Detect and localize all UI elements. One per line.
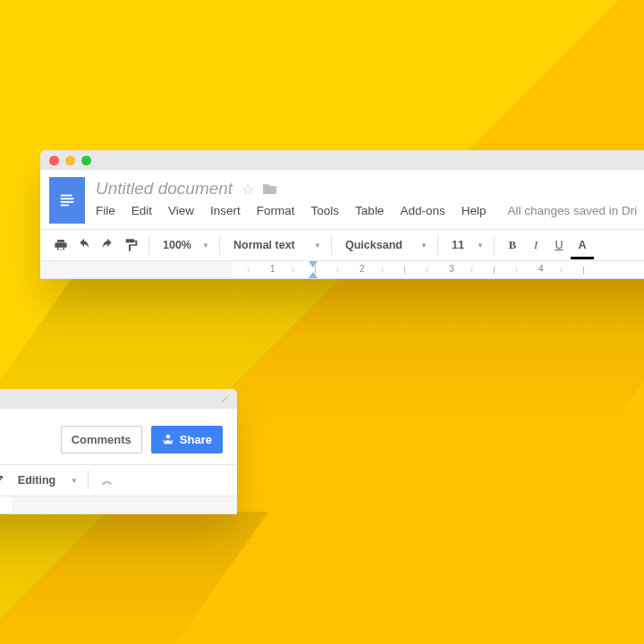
- menu-file[interactable]: File: [96, 204, 115, 217]
- menu-addons[interactable]: Add-ons: [400, 204, 445, 217]
- font-size-dropdown[interactable]: 11▼: [445, 233, 487, 257]
- collapse-toolbar-button[interactable]: ︽: [95, 469, 118, 492]
- svg-rect-0: [61, 195, 72, 197]
- redo-button[interactable]: [96, 233, 119, 257]
- underline-button[interactable]: U: [547, 233, 571, 257]
- size-value: 11: [452, 239, 464, 251]
- window-minimize-button[interactable]: [65, 156, 75, 165]
- share-person-icon: [162, 433, 174, 445]
- menu-insert[interactable]: Insert: [210, 204, 241, 217]
- toolbar-right: A ▼ 123▼ ▼: [0, 464, 237, 496]
- svg-rect-3: [61, 205, 69, 207]
- text-color-button[interactable]: A: [571, 233, 594, 257]
- menu-format[interactable]: Format: [257, 204, 295, 217]
- italic-button[interactable]: I: [524, 233, 547, 257]
- zoom-dropdown[interactable]: 100%▼: [156, 233, 213, 257]
- comments-button[interactable]: Comments: [61, 426, 142, 453]
- mode-dropdown[interactable]: Editing ▼: [0, 469, 81, 492]
- paragraph-style-dropdown[interactable]: Normal text▼: [226, 233, 325, 257]
- menu-help[interactable]: Help: [462, 204, 487, 217]
- toolbar-left: 100%▼ Normal text▼ Quicksand▼ 11▼ B I U …: [40, 229, 644, 261]
- font-dropdown[interactable]: Quicksand▼: [338, 233, 431, 257]
- svg-rect-2: [61, 201, 74, 203]
- macos-titlebar: [40, 150, 644, 170]
- bold-button[interactable]: B: [501, 233, 524, 257]
- window-zoom-button[interactable]: [81, 156, 91, 165]
- ruler-right[interactable]: 3 4 5 6: [0, 496, 237, 514]
- pencil-icon: [0, 474, 4, 487]
- svg-rect-1: [61, 198, 74, 199]
- indent-marker-left[interactable]: [309, 272, 318, 278]
- menu-edit[interactable]: Edit: [131, 204, 152, 217]
- ruler-left[interactable]: 1 2 3 4: [40, 261, 644, 279]
- expand-icon[interactable]: ⤢: [221, 394, 228, 404]
- docs-window-left: Untitled document ☆ File Edit View Inser…: [40, 150, 644, 279]
- svg-point-4: [166, 435, 171, 439]
- font-value: Quicksand: [345, 239, 402, 251]
- folder-icon[interactable]: [263, 182, 277, 197]
- save-status: All changes saved in Dri: [502, 204, 637, 217]
- print-button[interactable]: [49, 233, 72, 257]
- docs-window-right: ⤢ ive Comments Share A: [0, 389, 237, 514]
- macos-titlebar: ⤢: [0, 389, 237, 409]
- star-icon[interactable]: ☆: [242, 181, 254, 198]
- zoom-value: 100%: [163, 239, 191, 251]
- share-button[interactable]: Share: [151, 426, 223, 453]
- document-lines-icon: [57, 191, 77, 210]
- menu-tools[interactable]: Tools: [311, 204, 340, 217]
- paint-format-button[interactable]: [119, 233, 142, 257]
- window-close-button[interactable]: [49, 156, 59, 165]
- menu-view[interactable]: View: [168, 204, 194, 217]
- style-value: Normal text: [233, 239, 295, 251]
- docs-app-icon[interactable]: [49, 177, 85, 224]
- indent-marker-first-line[interactable]: [309, 261, 318, 267]
- undo-button[interactable]: [72, 233, 96, 257]
- menu-table[interactable]: Table: [355, 204, 384, 217]
- document-title[interactable]: Untitled document: [96, 179, 233, 199]
